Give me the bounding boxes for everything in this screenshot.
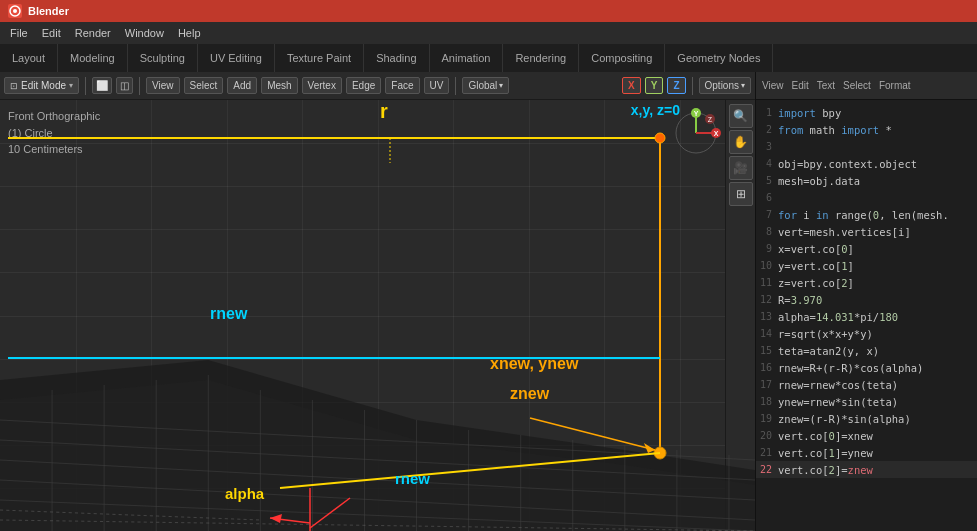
tab-layout[interactable]: Layout	[0, 44, 58, 72]
obj-label: (1) Circle	[8, 125, 100, 142]
tab-sculpting[interactable]: Sculpting	[128, 44, 198, 72]
view-menu[interactable]: View	[146, 77, 180, 94]
code-line-16: 16 rnew=R+(r-R)*cos(alpha)	[756, 359, 977, 376]
tab-texture-paint[interactable]: Texture Paint	[275, 44, 364, 72]
tab-rendering[interactable]: Rendering	[503, 44, 579, 72]
code-content[interactable]: 1 import bpy 2 from math import * 3 4 ob…	[756, 100, 977, 531]
code-line-10: 10 y=vert.co[1]	[756, 257, 977, 274]
svg-point-1	[13, 9, 17, 13]
code-line-4: 4 obj=bpy.context.object	[756, 155, 977, 172]
code-line-7: 7 for i in range(0, len(mesh.	[756, 206, 977, 223]
viewport[interactable]: ⊡ Edit Mode ▾ ⬜ ◫ View Select Add Mesh V…	[0, 72, 755, 531]
code-line-14: 14 r=sqrt(x*x+y*y)	[756, 325, 977, 342]
overlay-btn[interactable]: ⬜	[92, 77, 112, 94]
code-line-2: 2 from math import *	[756, 121, 977, 138]
tab-modeling[interactable]: Modeling	[58, 44, 128, 72]
mode-selector[interactable]: ⊡ Edit Mode ▾	[4, 77, 79, 94]
code-select-btn[interactable]: Select	[843, 80, 871, 91]
menu-window[interactable]: Window	[119, 25, 170, 41]
code-panel: View Edit Text Select Format 1 import bp…	[755, 72, 977, 531]
code-line-3: 3	[756, 138, 977, 155]
menu-render[interactable]: Render	[69, 25, 117, 41]
code-line-21: 21 vert.co[1]=ynew	[756, 444, 977, 461]
tab-uv-editing[interactable]: UV Editing	[198, 44, 275, 72]
code-view-btn[interactable]: View	[762, 80, 784, 91]
code-line-13: 13 alpha=14.031*pi/180	[756, 308, 977, 325]
sep1	[85, 77, 86, 95]
code-edit-btn[interactable]: Edit	[792, 80, 809, 91]
menu-file[interactable]: File	[4, 25, 34, 41]
code-line-9: 9 x=vert.co[0]	[756, 240, 977, 257]
code-toolbar: View Edit Text Select Format	[756, 72, 977, 100]
tab-compositing[interactable]: Compositing	[579, 44, 665, 72]
transform-y[interactable]: Y	[645, 77, 664, 94]
app-title: Blender	[28, 5, 69, 17]
viewport-info: Front Orthographic (1) Circle 10 Centime…	[8, 108, 100, 158]
code-line-20: 20 vert.co[0]=xnew	[756, 427, 977, 444]
menu-help[interactable]: Help	[172, 25, 207, 41]
add-menu[interactable]: Add	[227, 77, 257, 94]
code-line-19: 19 znew=(r-R)*sin(alpha)	[756, 410, 977, 427]
svg-text:Y: Y	[694, 110, 699, 117]
mesh-menu[interactable]: Mesh	[261, 77, 297, 94]
sep4	[692, 77, 693, 95]
sep3	[455, 77, 456, 95]
sep2	[139, 77, 140, 95]
select-menu[interactable]: Select	[184, 77, 224, 94]
tab-geometry-nodes[interactable]: Geometry Nodes	[665, 44, 773, 72]
blender-icon	[8, 4, 22, 18]
view-label: Front Orthographic	[8, 108, 100, 125]
edge-menu[interactable]: Edge	[346, 77, 381, 94]
menu-edit[interactable]: Edit	[36, 25, 67, 41]
titlebar: Blender	[0, 0, 977, 22]
svg-text:X: X	[714, 130, 719, 137]
shading-mode[interactable]: Global ▾	[462, 77, 509, 94]
code-line-18: 18 ynew=rnew*sin(teta)	[756, 393, 977, 410]
code-line-5: 5 mesh=obj.data	[756, 172, 977, 189]
code-line-15: 15 teta=atan2(y, x)	[756, 342, 977, 359]
code-line-1: 1 import bpy	[756, 104, 977, 121]
viewport-toolbar: ⊡ Edit Mode ▾ ⬜ ◫ View Select Add Mesh V…	[0, 72, 755, 100]
options-label: Options	[705, 80, 739, 91]
viewport-canvas[interactable]: r x,y, z=0 rnew xnew, ynew znew alpha rn…	[0, 100, 755, 531]
code-line-6: 6	[756, 189, 977, 206]
svg-text:Z: Z	[708, 116, 713, 123]
uv-menu[interactable]: UV	[424, 77, 450, 94]
tab-animation[interactable]: Animation	[430, 44, 504, 72]
unit-label: 10 Centimeters	[8, 141, 100, 158]
mesh-geometry	[0, 100, 755, 531]
gizmo[interactable]: Y X Z	[671, 108, 721, 158]
face-menu[interactable]: Face	[385, 77, 419, 94]
transform-z[interactable]: Z	[667, 77, 685, 94]
transform-x[interactable]: X	[622, 77, 641, 94]
code-line-11: 11 z=vert.co[2]	[756, 274, 977, 291]
tab-shading[interactable]: Shading	[364, 44, 429, 72]
code-line-8: 8 vert=mesh.vertices[i]	[756, 223, 977, 240]
main-content: ⊡ Edit Mode ▾ ⬜ ◫ View Select Add Mesh V…	[0, 72, 977, 531]
xray-btn[interactable]: ◫	[116, 77, 133, 94]
vertex-menu[interactable]: Vertex	[302, 77, 342, 94]
options-btn[interactable]: Options ▾	[699, 77, 751, 94]
code-line-22: 22 vert.co[2]=znew	[756, 461, 977, 478]
menubar: File Edit Render Window Help	[0, 22, 977, 44]
mode-label: Edit Mode	[21, 80, 66, 91]
workspace-tabs: Layout Modeling Sculpting UV Editing Tex…	[0, 44, 977, 72]
shading-label: Global	[468, 80, 497, 91]
code-line-17: 17 rnew=rnew*cos(teta)	[756, 376, 977, 393]
code-format-btn[interactable]: Format	[879, 80, 911, 91]
code-line-12: 12 R=3.970	[756, 291, 977, 308]
code-text-btn[interactable]: Text	[817, 80, 835, 91]
